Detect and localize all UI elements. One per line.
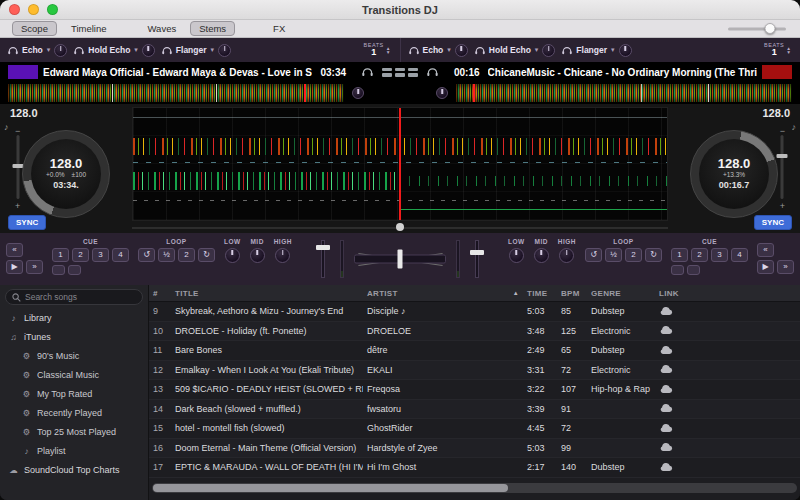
slider-handle-icon[interactable] <box>764 23 775 34</box>
crossfader-handle-icon[interactable] <box>398 250 403 269</box>
deck-b-prev-button[interactable]: « <box>757 243 774 257</box>
master-volume-slider[interactable] <box>728 27 786 30</box>
table-row[interactable]: 12 Emalkay - When I Look At You (Ekali T… <box>149 361 800 381</box>
headphones-icon[interactable] <box>475 46 485 55</box>
table-row[interactable]: 13 509 $ICARIO - DEADLY HEIST (SLOWED + … <box>149 380 800 400</box>
soundcloud-link-icon[interactable] <box>655 307 695 316</box>
deck-b-volume-fader[interactable] <box>470 238 484 280</box>
fader-handle-icon[interactable] <box>470 250 484 255</box>
deck-b-next-button[interactable]: » <box>777 260 794 274</box>
soundcloud-link-icon[interactable] <box>655 385 695 394</box>
deck-a-next-button[interactable]: » <box>26 260 43 274</box>
eq-knob[interactable] <box>250 248 265 263</box>
soundcloud-link-icon[interactable] <box>655 404 695 413</box>
fx-select[interactable]: Flanger <box>576 45 607 55</box>
soundcloud-link-icon[interactable] <box>655 463 695 472</box>
deck-a-cue-mix-knob[interactable] <box>352 87 364 99</box>
deck-b-cue-headphones-icon[interactable] <box>427 67 438 77</box>
fader-handle-icon[interactable] <box>316 245 330 250</box>
loop-button[interactable]: ½ <box>605 248 622 262</box>
eq-knob[interactable] <box>559 248 574 263</box>
stepper-arrows-icon[interactable]: ▴▾ <box>787 46 790 55</box>
minimize-button[interactable] <box>28 4 39 15</box>
cue-bank-button[interactable] <box>52 265 65 275</box>
column-header-time[interactable]: TIME <box>523 289 557 298</box>
fx-select[interactable]: Flanger <box>176 45 207 55</box>
slider-handle-icon[interactable] <box>777 154 788 158</box>
zoom-button[interactable] <box>47 4 58 15</box>
sidebar-item[interactable]: ♪ Playlist <box>0 441 148 460</box>
hot-cue-button[interactable]: 2 <box>72 248 89 262</box>
sidebar-item[interactable]: ⚙ Recently Played <box>0 403 148 422</box>
fx-select[interactable]: Hold Echo <box>88 45 130 55</box>
scrollbar-thumb[interactable] <box>153 484 508 492</box>
hot-cue-button[interactable]: 2 <box>691 248 708 262</box>
cue-bank-button[interactable] <box>671 265 684 275</box>
scrub-handle-icon[interactable] <box>396 223 404 231</box>
table-row[interactable]: 15 hotel - montell fish (slowed) GhostRi… <box>149 419 800 439</box>
deck-a-sync-button[interactable]: SYNC <box>8 215 46 230</box>
column-header-title[interactable]: TITLE <box>171 289 363 298</box>
deck-b-play-button[interactable]: ▶ <box>757 260 774 274</box>
view-tab[interactable]: Timeline <box>62 21 116 36</box>
loop-button[interactable]: ↺ <box>585 248 602 262</box>
fx-amount-knob[interactable] <box>455 44 468 57</box>
cue-bank-button[interactable] <box>687 265 700 275</box>
loop-button[interactable]: ↻ <box>198 248 215 262</box>
eq-knob[interactable] <box>509 248 524 263</box>
fx-select[interactable]: Echo <box>423 45 444 55</box>
headphones-icon[interactable] <box>162 46 172 55</box>
table-row[interactable]: 11 Bare Bones dêtre 2:49 65 Dubstep <box>149 341 800 361</box>
fx-select[interactable]: Hold Echo <box>489 45 531 55</box>
sidebar-item[interactable]: ⚙ Top 25 Most Played <box>0 422 148 441</box>
column-header-link[interactable]: LINK <box>655 289 695 298</box>
deck-b-overview-waveform[interactable] <box>456 84 792 102</box>
view-tab[interactable]: Waves <box>138 21 185 36</box>
fx-amount-knob[interactable] <box>619 44 632 57</box>
search-input[interactable] <box>25 292 136 302</box>
sidebar-item[interactable]: ♫ iTunes <box>0 327 148 346</box>
column-header-num[interactable]: # <box>149 289 171 298</box>
deck-b-sync-button[interactable]: SYNC <box>754 215 792 230</box>
loop-button[interactable]: ½ <box>158 248 175 262</box>
deck-a-overview-waveform[interactable] <box>8 84 344 102</box>
eq-knob[interactable] <box>225 248 240 263</box>
table-row[interactable]: 9 Skybreak, Aethoro & Mizu - Journey's E… <box>149 302 800 322</box>
sidebar-item[interactable]: ⚙ My Top Rated <box>0 384 148 403</box>
hot-cue-button[interactable]: 1 <box>671 248 688 262</box>
view-tab[interactable]: Scope <box>12 21 57 36</box>
headphones-icon[interactable] <box>409 46 419 55</box>
hot-cue-button[interactable]: 4 <box>731 248 748 262</box>
headphones-icon[interactable] <box>74 46 84 55</box>
headphones-icon[interactable] <box>562 46 572 55</box>
crossfader[interactable] <box>354 238 446 280</box>
table-row[interactable]: 16 Doom Eternal - Main Theme (Official V… <box>149 439 800 459</box>
loop-button[interactable]: ↺ <box>138 248 155 262</box>
fx-amount-knob[interactable] <box>218 44 231 57</box>
eq-knob[interactable] <box>534 248 549 263</box>
close-button[interactable] <box>9 4 20 15</box>
stepper-arrows-icon[interactable]: ▴▾ <box>387 46 390 55</box>
soundcloud-link-icon[interactable] <box>655 326 695 335</box>
hot-cue-button[interactable]: 3 <box>92 248 109 262</box>
deck-b-pitch-slider[interactable] <box>776 135 788 199</box>
column-header-genre[interactable]: GENRE <box>587 289 655 298</box>
main-waveform-display[interactable] <box>132 107 668 221</box>
deck-a-cue-headphones-icon[interactable] <box>362 67 373 77</box>
deck-a-play-button[interactable]: ▶ <box>6 260 23 274</box>
table-row[interactable]: 14 Dark Beach (slowed + muffled.) fwsato… <box>149 400 800 420</box>
fx-amount-knob[interactable] <box>542 44 555 57</box>
fx-amount-knob[interactable] <box>142 44 155 57</box>
hot-cue-button[interactable]: 1 <box>52 248 69 262</box>
table-row[interactable]: 17 EPTIC & MARAUDA - WALL OF DEATH (HI I… <box>149 458 800 478</box>
sidebar-item[interactable]: ☁ SoundCloud Top Charts <box>0 460 148 479</box>
sidebar-item[interactable]: ♪ Library <box>0 308 148 327</box>
loop-button[interactable]: ↻ <box>645 248 662 262</box>
eq-knob[interactable] <box>275 248 290 263</box>
deck-a-prev-button[interactable]: « <box>6 243 23 257</box>
sidebar-item[interactable]: ⚙ 90's Music <box>0 346 148 365</box>
fx-beats-control[interactable]: BEATS 1 ▴▾ <box>364 43 392 58</box>
stem-toggle-icon[interactable] <box>382 68 392 77</box>
waveform-scrub-bar[interactable] <box>132 222 668 231</box>
fx-amount-knob[interactable] <box>54 44 67 57</box>
